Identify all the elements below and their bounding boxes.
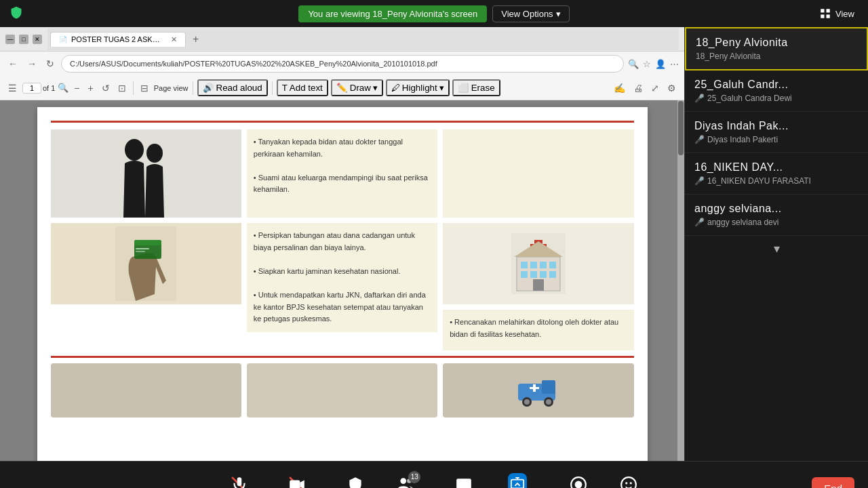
pdf-content[interactable]: • Tanyakan kepada bidan atau dokter tang… [0, 100, 684, 461]
svg-rect-28 [542, 380, 555, 394]
share-screen-button[interactable]: Share Screen [490, 464, 544, 489]
record-button[interactable]: Record [555, 464, 602, 489]
chat-button[interactable]: Chat [440, 464, 488, 489]
reactions-icon [619, 475, 638, 489]
window-close-btn[interactable]: ✕ [33, 35, 42, 44]
read-aloud-btn[interactable]: 🔊 Read aloud [197, 79, 268, 96]
expand-btn[interactable]: ⤢ [648, 81, 662, 95]
video-icon [288, 475, 307, 489]
poster-cell-5: • Persipkan tabungan atau dana cadangan … [247, 223, 437, 350]
tab-title: POSTER TUGAS 2 ASKEB_Peny A... [71, 35, 164, 43]
erase-btn[interactable]: ⬜ Erase [452, 79, 500, 96]
pdf-scrollbar-thumb[interactable] [678, 101, 684, 155]
unmute-button[interactable]: Unmute [216, 464, 263, 489]
start-video-group: Start Video ▲ [273, 464, 329, 489]
print-btn[interactable]: 🖨 [631, 81, 646, 95]
mute-icon-2: 🎤 [694, 94, 705, 103]
svg-rect-15 [521, 262, 528, 268]
participant-card-2[interactable]: 25_Galuh Candr... 🎤 25_Galuh Candra Dewi [685, 70, 868, 112]
security-button[interactable]: Security [332, 464, 379, 489]
unmute-icon [230, 475, 249, 489]
chat-icon [454, 475, 473, 489]
svg-rect-9 [134, 240, 161, 245]
window-minimize-btn[interactable]: — [5, 35, 15, 44]
pdf-scrollbar[interactable] [677, 100, 684, 461]
page-total: of 1 [43, 84, 55, 92]
svg-rect-17 [540, 262, 547, 268]
forward-button[interactable]: → [24, 57, 39, 70]
svg-rect-34 [533, 384, 536, 392]
scroll-down-btn[interactable]: ▾ [774, 241, 780, 256]
pdf-search-icon[interactable]: 🔍 [58, 83, 68, 93]
zoom-out-btn[interactable]: − [71, 81, 82, 95]
participant-subname-5: anggy selviana devi [707, 218, 778, 227]
view-options-button[interactable]: View Options ▾ [492, 5, 569, 22]
svg-point-40 [401, 478, 407, 484]
new-tab-button[interactable]: + [193, 33, 199, 45]
view-button[interactable]: View [819, 7, 854, 20]
page-view-btn[interactable]: ⊟ [138, 81, 151, 95]
silhouette-image [108, 129, 183, 218]
participant-card-3[interactable]: Diyas Indah Pak... 🎤 Diyas Indah Pakerti [685, 112, 868, 153]
draw-btn[interactable]: ✏️ Draw ▾ [331, 79, 383, 96]
address-bar-input[interactable] [61, 55, 624, 73]
star-icon[interactable]: ☆ [643, 59, 651, 69]
reload-button[interactable]: ↻ [43, 57, 57, 70]
svg-point-32 [546, 399, 551, 405]
end-button[interactable]: End [812, 477, 854, 488]
back-button[interactable]: ← [5, 57, 20, 70]
pdf-sep-2 [193, 81, 193, 95]
highlight-btn[interactable]: 🖊 Highlight ▾ [386, 79, 450, 96]
browser-window: — □ ✕ 📄 POSTER TUGAS 2 ASKEB_Peny A... ✕… [0, 27, 685, 461]
participant-sub-5: 🎤 anggy selviana devi [694, 218, 859, 227]
rotate-btn[interactable]: ↺ [99, 81, 113, 95]
settings-btn[interactable]: ⚙ [665, 81, 679, 95]
svg-rect-0 [821, 9, 824, 12]
page-number-input[interactable]: 1 [22, 83, 41, 94]
participant-name-2: 25_Galuh Candr... [694, 79, 859, 91]
more-options-icon[interactable]: ⋯ [670, 59, 679, 69]
ink-to-text-btn[interactable]: ✍ [611, 81, 628, 95]
svg-rect-21 [540, 271, 547, 278]
svg-point-44 [575, 481, 583, 488]
scroll-down-area[interactable]: ▾ [685, 236, 868, 262]
share-screen-icon [508, 475, 527, 489]
participant-name-4: 16_NIKEN DAY... [694, 161, 859, 174]
mic-icon [231, 476, 248, 489]
svg-rect-1 [827, 9, 830, 12]
svg-point-46 [626, 482, 628, 484]
start-video-button[interactable]: Start Video [273, 464, 321, 489]
mute-icon-5: 🎤 [694, 218, 705, 227]
tab-close-btn[interactable]: ✕ [171, 35, 177, 44]
add-text-btn[interactable]: T Add text [277, 79, 328, 96]
chat-bubble-icon [455, 476, 473, 489]
profile-icon[interactable]: 👤 [655, 59, 666, 69]
address-bar-row: ← → ↻ 🔍 ☆ 👤 ⋯ [0, 52, 684, 76]
window-controls: — □ ✕ [5, 35, 42, 44]
participant-card-5[interactable]: anggy selviana... 🎤 anggy selviana devi [685, 195, 868, 236]
participant-card-4[interactable]: 16_NIKEN DAY... 🎤 16_NIKEN DAYU FARASATI [685, 153, 868, 195]
emoji-icon [620, 476, 637, 489]
reactions-button[interactable]: Reactions [605, 464, 652, 489]
screen-share-banner: You are viewing 18_Peny Alvionita's scre… [298, 7, 492, 20]
camera-icon [288, 476, 306, 489]
hand-card-image [115, 226, 176, 301]
participants-button[interactable]: 13 Participants [382, 464, 429, 489]
fit-page-btn[interactable]: ⊡ [115, 81, 129, 95]
participant-subname-3: Diyas Indah Pakerti [707, 135, 778, 144]
zoom-in-btn[interactable]: + [85, 81, 96, 95]
browser-tab-active[interactable]: 📄 POSTER TUGAS 2 ASKEB_Peny A... ✕ [50, 32, 186, 47]
mute-icon-4: 🎤 [694, 176, 705, 186]
mute-icon-3: 🎤 [694, 135, 705, 144]
window-maximize-btn[interactable]: □ [19, 35, 28, 44]
add-text-label: Add text [290, 83, 323, 93]
poster-cell-1 [51, 129, 241, 218]
zoom-icon[interactable]: 🔍 [628, 59, 639, 69]
sidebar-toggle-btn[interactable]: ☰ [5, 81, 20, 95]
share-screen-svg [510, 477, 525, 489]
participant-card-1[interactable]: 18_Peny Alvionita 18_Peny Alvionita [685, 27, 868, 70]
record-icon [569, 475, 588, 489]
poster-divider-bottom [51, 356, 634, 358]
participant-subname-1: 18_Peny Alvionita [696, 52, 760, 61]
unmute-group: Unmute ▲ [216, 464, 271, 489]
